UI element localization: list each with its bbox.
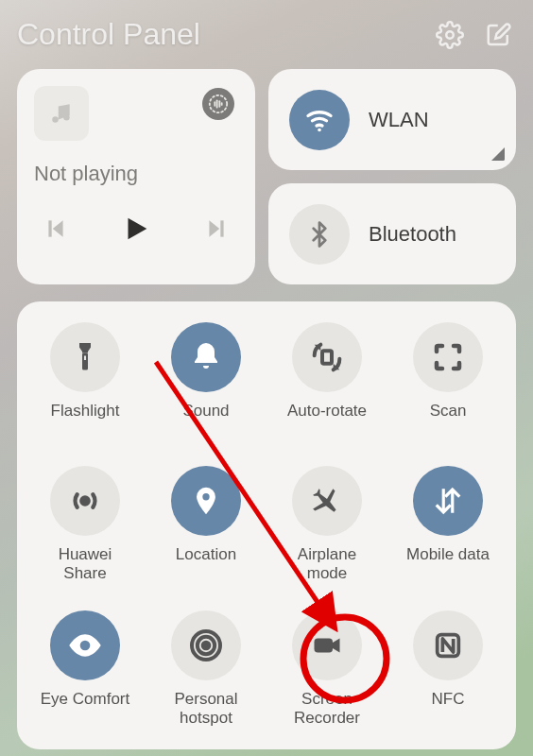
toggle-eyecomfort[interactable]: Eye Comfort (25, 610, 146, 729)
svg-marker-7 (53, 220, 63, 236)
toggle-label: Flashlight (51, 402, 120, 439)
wlan-tile[interactable]: WLAN (268, 69, 516, 170)
svg-point-0 (446, 31, 454, 39)
audio-output-icon (208, 94, 229, 114)
music-note-icon (49, 101, 74, 126)
hotspot-icon (171, 610, 241, 680)
toggle-label: Mobile data (406, 545, 490, 583)
location-icon (171, 466, 241, 536)
svg-point-1 (63, 114, 70, 121)
svg-point-19 (203, 642, 210, 648)
svg-rect-22 (315, 638, 334, 652)
play-icon (120, 213, 152, 245)
toggle-label: NFC (432, 690, 465, 728)
edit-button[interactable] (482, 18, 516, 52)
expand-indicator-icon (491, 147, 505, 161)
data-icon (413, 466, 483, 536)
settings-button[interactable] (433, 18, 467, 52)
skip-back-icon (43, 216, 68, 241)
wifi-icon (302, 103, 336, 137)
svg-point-2 (210, 95, 227, 112)
toggle-screenrecorder[interactable]: Screen Recorder (266, 610, 387, 729)
wlan-icon-circle (289, 90, 350, 150)
toggle-label: Huawei Share (59, 545, 112, 584)
svg-point-18 (80, 640, 91, 650)
toggle-mobiledata[interactable]: Mobile data (387, 466, 508, 584)
svg-marker-10 (209, 220, 219, 236)
toggle-nfc[interactable]: NFC (387, 610, 508, 729)
svg-point-16 (81, 497, 88, 504)
svg-rect-8 (48, 220, 51, 236)
skip-forward-icon (204, 216, 229, 241)
eye-icon (50, 610, 120, 680)
svg-rect-11 (220, 220, 223, 236)
toggle-label: Screen Recorder (294, 690, 360, 729)
supervoice-button[interactable] (202, 88, 234, 120)
svg-rect-13 (82, 353, 88, 370)
toggle-label: Location (176, 545, 236, 583)
camera-icon (292, 610, 362, 680)
gear-icon (436, 21, 464, 49)
toggle-hotspot[interactable]: Personal hotspot (146, 610, 266, 729)
bluetooth-label: Bluetooth (369, 222, 456, 247)
toggle-flashlight[interactable]: Flashlight (25, 322, 146, 439)
toggle-autorotate[interactable]: Auto-rotate (266, 322, 387, 439)
flashlight-icon (50, 322, 120, 392)
bluetooth-icon-circle (289, 204, 350, 265)
play-button[interactable] (120, 213, 152, 245)
svg-rect-15 (322, 351, 332, 363)
toggle-label: Personal hotspot (174, 690, 237, 729)
wlan-label: WLAN (369, 108, 429, 132)
svg-rect-14 (84, 356, 86, 361)
toggle-location[interactable]: Location (146, 466, 266, 584)
toggle-label: Airplane mode (298, 545, 356, 584)
header: Control Panel (17, 17, 516, 52)
next-track-button[interactable] (204, 216, 229, 241)
toggle-huaweishare[interactable]: Huawei Share (25, 466, 146, 584)
bell-icon (171, 322, 241, 392)
bluetooth-tile[interactable]: Bluetooth (268, 183, 516, 284)
album-art-placeholder (34, 86, 89, 141)
toggle-airplane[interactable]: Airplane mode (266, 466, 387, 584)
rotate-icon (292, 322, 362, 392)
svg-marker-9 (129, 218, 147, 240)
svg-point-12 (318, 128, 321, 131)
toggle-scan[interactable]: Scan (387, 322, 508, 439)
nfc-icon (413, 610, 483, 680)
toggle-label: Scan (430, 402, 467, 439)
toggle-label: Sound (182, 402, 229, 439)
page-title: Control Panel (17, 17, 418, 52)
quick-settings-card: FlashlightSoundAuto-rotateScanHuawei Sha… (17, 301, 516, 749)
scan-icon (413, 322, 483, 392)
toggle-sound[interactable]: Sound (146, 322, 266, 439)
broadcast-icon (50, 466, 120, 536)
toggle-label: Eye Comfort (41, 690, 129, 728)
edit-icon (485, 21, 513, 49)
media-status: Not playing (34, 162, 238, 186)
toggle-label: Auto-rotate (287, 402, 367, 439)
airplane-icon (292, 466, 362, 536)
media-card[interactable]: Not playing (17, 69, 255, 284)
prev-track-button[interactable] (43, 216, 68, 241)
svg-point-17 (202, 493, 209, 500)
bluetooth-icon (305, 220, 334, 249)
